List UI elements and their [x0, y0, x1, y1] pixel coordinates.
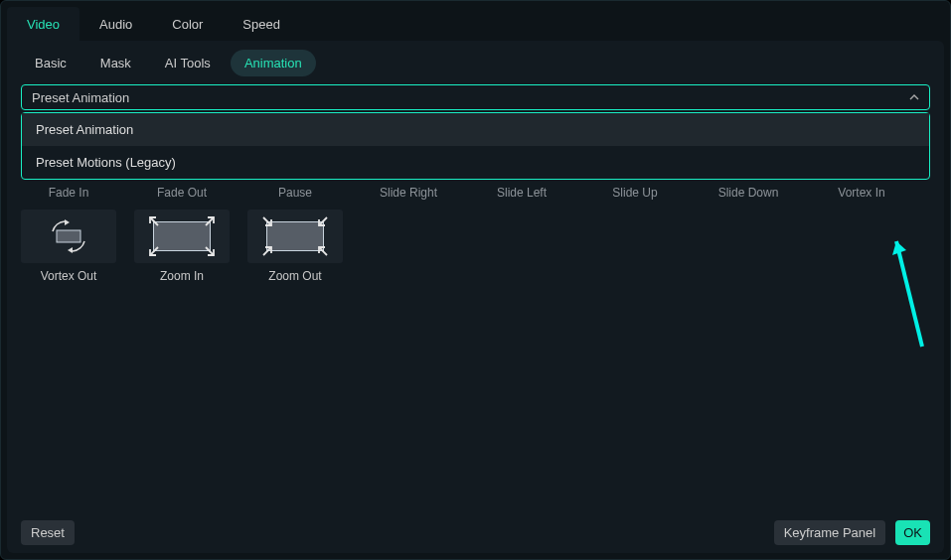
tab-audio[interactable]: Audio — [79, 7, 152, 42]
preset-dropdown[interactable]: Preset Animation — [21, 84, 930, 110]
reset-button[interactable]: Reset — [21, 520, 75, 545]
preset-label-vortex-in: Vortex In — [814, 186, 909, 200]
preset-label-slide-right: Slide Right — [361, 186, 456, 200]
svg-line-8 — [319, 217, 327, 225]
svg-rect-0 — [57, 230, 80, 242]
subtab-animation[interactable]: Animation — [231, 50, 316, 76]
chevron-up-icon — [909, 90, 919, 105]
svg-marker-2 — [68, 247, 73, 253]
svg-line-4 — [206, 217, 214, 225]
preset-dropdown-list: Preset Animation Preset Motions (Legacy) — [21, 112, 930, 180]
preset-label-slide-up: Slide Up — [587, 186, 683, 200]
panel-footer: Reset Keyframe Panel OK — [7, 512, 944, 553]
preset-vortex-out[interactable]: Vortex Out — [21, 210, 116, 283]
content-panel: Basic Mask AI Tools Animation Preset Ani… — [7, 41, 944, 553]
preset-label-fade-out: Fade Out — [134, 186, 230, 200]
svg-marker-1 — [65, 219, 70, 225]
tab-video[interactable]: Video — [7, 7, 79, 42]
ok-button[interactable]: OK — [895, 520, 930, 545]
subtab-mask[interactable]: Mask — [86, 50, 145, 76]
subtab-ai-tools[interactable]: AI Tools — [151, 50, 225, 76]
preset-zoom-out[interactable]: Zoom Out — [247, 210, 343, 283]
tab-speed[interactable]: Speed — [223, 7, 300, 42]
tab-color[interactable]: Color — [152, 7, 223, 42]
preset-label-fade-in: Fade In — [21, 186, 116, 200]
zoom-in-icon — [134, 210, 230, 263]
subtab-basic[interactable]: Basic — [21, 50, 80, 76]
keyframe-panel-button[interactable]: Keyframe Panel — [774, 520, 886, 545]
zoom-out-icon — [247, 210, 343, 263]
preset-dropdown-label: Preset Animation — [32, 90, 129, 105]
preset-dropdown-wrap: Preset Animation Preset Animation Preset… — [21, 84, 930, 110]
vortex-out-icon — [21, 210, 116, 263]
svg-line-5 — [150, 247, 158, 255]
dropdown-option-preset-animation[interactable]: Preset Animation — [22, 113, 929, 146]
subtab-bar: Basic Mask AI Tools Animation — [7, 41, 944, 84]
category-tabbar: Video Audio Color Speed — [1, 1, 950, 41]
preset-label: Zoom In — [160, 269, 204, 283]
svg-line-6 — [206, 247, 214, 255]
preset-label-slide-down: Slide Down — [701, 186, 796, 200]
preset-label: Vortex Out — [41, 269, 97, 283]
preset-label-pause: Pause — [247, 186, 343, 200]
preset-row-2: Vortex Out Zo — [7, 200, 944, 283]
svg-line-3 — [150, 217, 158, 225]
preset-zoom-in[interactable]: Zoom In — [134, 210, 230, 283]
svg-line-9 — [263, 247, 271, 255]
svg-line-10 — [319, 247, 327, 255]
editor-panel: Video Audio Color Speed Basic Mask AI To… — [0, 0, 951, 560]
svg-line-7 — [263, 217, 271, 225]
preset-row-1-labels: Fade In Fade Out Pause Slide Right Slide… — [7, 186, 944, 200]
preset-label: Zoom Out — [268, 269, 321, 283]
dropdown-option-preset-motions-legacy[interactable]: Preset Motions (Legacy) — [22, 146, 929, 179]
preset-label-slide-left: Slide Left — [474, 186, 569, 200]
